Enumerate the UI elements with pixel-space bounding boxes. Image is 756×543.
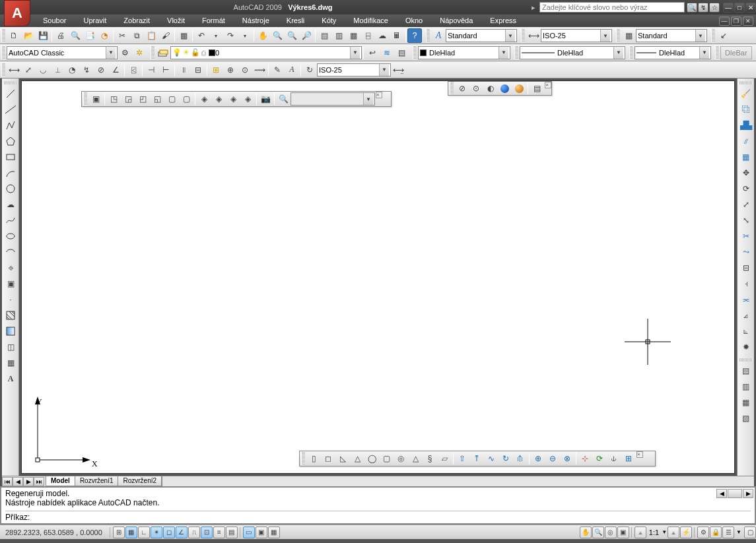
toolbar-grip[interactable] bbox=[514, 46, 518, 59]
toolbar-grip[interactable] bbox=[711, 29, 715, 42]
dim-jogged-button[interactable]: ↯ bbox=[79, 63, 94, 77]
pan-button[interactable]: ✋ bbox=[256, 28, 270, 43]
zoom-window-button[interactable]: 🔎 bbox=[299, 28, 314, 43]
view-bottom-button[interactable]: ◲ bbox=[121, 92, 135, 106]
shade-3d-button[interactable]: ◐ bbox=[483, 81, 498, 96]
dim-style-manager-button[interactable]: ⟷̤ bbox=[391, 63, 405, 77]
hatch-button[interactable] bbox=[3, 308, 18, 323]
view-left-button[interactable]: ◰ bbox=[135, 92, 150, 106]
maximize-button[interactable]: □ bbox=[734, 3, 745, 13]
mirror-button[interactable]: ▟▙ bbox=[739, 118, 753, 133]
inspect-button[interactable]: ⊙ bbox=[238, 63, 252, 77]
loft-button[interactable]: ⫛ bbox=[513, 451, 528, 466]
chamfer-button[interactable]: ⦞ bbox=[739, 308, 753, 323]
toolbar-grip[interactable] bbox=[715, 46, 719, 59]
make-block-button[interactable]: ▣ bbox=[3, 276, 18, 291]
publish-button[interactable]: 📑 bbox=[83, 28, 97, 43]
dim-arc-button[interactable]: ◡ bbox=[36, 63, 50, 77]
cmd-scroll-right-button[interactable]: ▶ bbox=[743, 489, 753, 498]
sphere-button[interactable]: ◯ bbox=[364, 451, 379, 466]
modeling-toolbar[interactable]: ▯ ◻ ◺ △ ◯ ▢ ◎ △ § ▱ ⇧ ⤒ ∿ ↻ ⫛ ⊕ ⊖ ⊗ bbox=[299, 451, 656, 466]
dim-angular-button[interactable]: ∠ bbox=[108, 63, 123, 77]
toolbar-grip[interactable] bbox=[83, 92, 87, 106]
view-front-button[interactable]: ▢ bbox=[164, 92, 179, 106]
drawing-canvas[interactable]: ▣ ◳ ◲ ◰ ◱ ▢ ▢ ◈ ◈ ◈ ◈ 📷 🔍 ▼ × bbox=[21, 80, 735, 474]
polyline-button[interactable] bbox=[3, 118, 18, 133]
menu-zobrazit[interactable]: Zobrazit bbox=[115, 15, 158, 27]
undo-button[interactable]: ↶ bbox=[194, 28, 209, 43]
menu-nastroje[interactable]: Nástroje bbox=[234, 15, 278, 27]
print-preview-button[interactable]: 🔍 bbox=[68, 28, 83, 43]
extrude-button[interactable]: ⇧ bbox=[455, 451, 469, 466]
join-button[interactable]: ⫘ bbox=[739, 292, 753, 307]
tolerance-button[interactable]: ⊞ bbox=[209, 63, 223, 77]
drop-icon[interactable]: ▼ bbox=[613, 47, 623, 59]
toolbar-grip[interactable] bbox=[151, 46, 155, 59]
menu-modifikace[interactable]: Modifikace bbox=[345, 15, 397, 27]
extend-button[interactable]: ⤳ bbox=[739, 245, 753, 259]
cone-button[interactable]: △ bbox=[350, 451, 364, 466]
helix-button[interactable]: § bbox=[423, 451, 437, 466]
trim-button[interactable]: ✂ bbox=[739, 229, 753, 243]
view-prev-button[interactable]: 🔍 bbox=[276, 92, 291, 106]
toolbar-grip[interactable] bbox=[629, 46, 633, 59]
point-button[interactable]: · bbox=[3, 292, 18, 307]
draworder-back-button[interactable]: ▥ bbox=[739, 379, 753, 394]
workspace-combo[interactable]: AutoCAD Classic ▼ bbox=[7, 46, 118, 59]
cmd-prompt[interactable]: Příkaz: bbox=[5, 513, 751, 522]
minimize-button[interactable]: — bbox=[723, 3, 734, 13]
dim-baseline-button[interactable]: ⊣ bbox=[144, 63, 158, 77]
wedge-button[interactable]: ◺ bbox=[335, 451, 350, 466]
dim-linear-button[interactable]: ⟷ bbox=[7, 63, 21, 77]
save-button[interactable]: 💾 bbox=[36, 28, 50, 43]
snap-toggle[interactable]: ⊞ bbox=[113, 527, 125, 538]
tab-first-button[interactable]: ⏮ bbox=[2, 477, 13, 486]
plot-3d-button[interactable]: ◔ bbox=[97, 28, 112, 43]
menu-napoveda[interactable]: Nápověda bbox=[431, 15, 481, 27]
3d-move-button[interactable]: ⊹ bbox=[578, 451, 592, 466]
mleader-style-icon[interactable]: ↙ bbox=[716, 28, 731, 43]
planar-surf-button[interactable]: ▱ bbox=[437, 451, 452, 466]
quickcalc-button[interactable]: 🖩 bbox=[390, 28, 404, 43]
dim-diameter-button[interactable]: ⊘ bbox=[94, 63, 108, 77]
tab-layout2[interactable]: Rozvržení2 bbox=[118, 476, 162, 486]
view-back-button[interactable]: ▢ bbox=[179, 92, 193, 106]
my-workspace-button[interactable]: ✲ bbox=[132, 46, 147, 60]
toolbar-grip[interactable] bbox=[1, 29, 5, 42]
mtext-button[interactable]: A bbox=[3, 371, 18, 386]
osnap-toggle[interactable]: ◻ bbox=[163, 527, 175, 538]
layer-iso-button[interactable]: ▤ bbox=[394, 46, 409, 60]
stretch-button[interactable]: ⤡ bbox=[739, 213, 753, 228]
render-toolbar[interactable]: ⊘ ⊙ ◐ ▤ × bbox=[448, 81, 552, 96]
otrack-toggle[interactable]: ∠ bbox=[176, 527, 188, 538]
zoom-prev-button[interactable]: 🔍 bbox=[285, 28, 299, 43]
quick-dim-button[interactable]: ⍃ bbox=[126, 63, 141, 77]
table-style-combo[interactable]: Standard ▼ bbox=[636, 29, 707, 42]
design-center-button[interactable]: ▥ bbox=[331, 28, 346, 43]
subtract-button[interactable]: ⊖ bbox=[545, 451, 560, 466]
polygon-button[interactable] bbox=[3, 134, 18, 148]
drop-icon[interactable]: ▼ bbox=[498, 47, 508, 59]
spline-button[interactable] bbox=[3, 213, 18, 228]
3d-array-button[interactable]: ⊞ bbox=[621, 451, 636, 466]
toolbar-grip[interactable] bbox=[413, 46, 417, 59]
drop-icon[interactable]: ▼ bbox=[505, 30, 515, 42]
qp-toggle[interactable]: ▤ bbox=[226, 527, 238, 538]
mdi-close-button[interactable]: ✕ bbox=[743, 16, 753, 26]
toolbar-grip[interactable] bbox=[1, 63, 5, 77]
menu-kresli[interactable]: Kresli bbox=[278, 15, 314, 27]
construction-line-button[interactable] bbox=[3, 102, 18, 117]
layer-combo[interactable]: 💡 ☀ 🔓 ⎙ 0 ▼ bbox=[170, 46, 362, 59]
sheet-set-button[interactable]: ⌸ bbox=[361, 28, 375, 43]
table-button[interactable]: ▦ bbox=[3, 356, 18, 370]
revolve-button[interactable]: ↻ bbox=[498, 451, 513, 466]
toolbar-grip[interactable] bbox=[616, 29, 620, 42]
draworder-under-button[interactable]: ▧ bbox=[739, 411, 753, 426]
copy-obj-button[interactable]: ⿻ bbox=[739, 102, 753, 117]
zoom-realtime-button[interactable]: 🔍 bbox=[270, 28, 285, 43]
line-button[interactable] bbox=[3, 86, 18, 101]
tab-model[interactable]: Model bbox=[46, 476, 75, 486]
color-combo[interactable]: DleHlad ▼ bbox=[418, 46, 510, 59]
status-tray-button[interactable]: ☰ bbox=[722, 527, 734, 538]
tab-prev-button[interactable]: ◀ bbox=[13, 477, 23, 486]
